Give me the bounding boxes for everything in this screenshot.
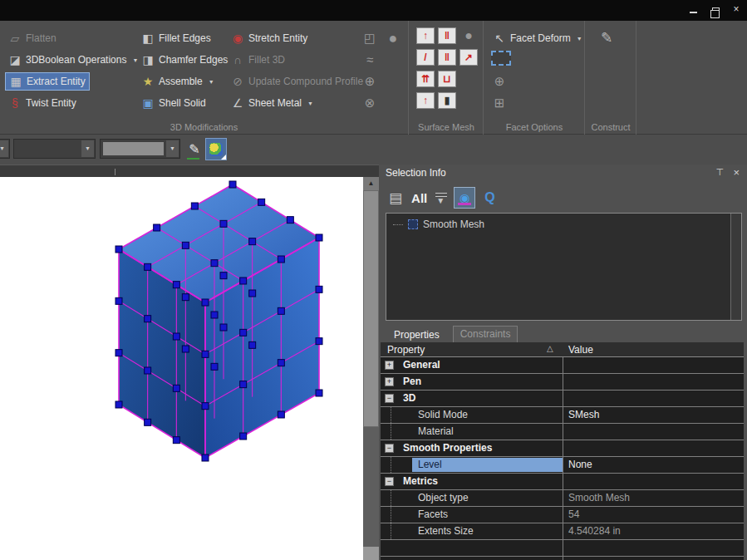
property-row-solid-mode[interactable]: Solid Mode SMesh — [381, 407, 744, 424]
chevron-down-icon[interactable]: ▼ — [166, 140, 179, 157]
twist-entity-button[interactable]: § Twist Entity — [5, 94, 80, 112]
fillet-3d-button[interactable]: ∩ Fillet 3D — [228, 51, 288, 69]
close-button[interactable]: × — [730, 3, 742, 15]
sheet-metal-button[interactable]: ∠ Sheet Metal ▼ — [228, 94, 317, 112]
copy-entity-icon[interactable]: ◰ — [361, 29, 379, 47]
boolean-operations-button[interactable]: ◪ 3DBoolean Operations ▼ — [5, 51, 141, 69]
extract-entity-button[interactable]: ▦ Extract Entity — [5, 72, 90, 91]
sphere-tool-icon[interactable]: ● — [384, 29, 402, 47]
property-column-header[interactable]: Property — [387, 344, 425, 356]
expand-icon[interactable]: + — [385, 361, 394, 370]
flatten-button[interactable]: ▱ Flatten — [5, 29, 60, 47]
ribbon: ▱ Flatten ◪ 3DBoolean Operations ▼ ▦ Ext… — [0, 21, 747, 135]
titlebar: × — [0, 0, 747, 21]
cube-vertical-lines-icon[interactable]: ‖ — [438, 49, 456, 66]
chevron-down-icon[interactable]: ▼ — [0, 140, 8, 157]
scrollbar-thumb[interactable] — [363, 190, 379, 427]
property-row-general[interactable]: + General — [381, 357, 744, 374]
viewport-top-strip — [0, 165, 379, 177]
fillet-3d-icon: ∩ — [231, 53, 244, 66]
mesh-tools-icon[interactable]: ⊞ — [490, 94, 509, 112]
split-box-icon[interactable]: ▮ — [438, 92, 456, 109]
value-column-header[interactable]: Value — [568, 344, 593, 356]
collapse-icon[interactable]: − — [385, 444, 394, 453]
smooth-mesh-cube[interactable] — [0, 177, 363, 560]
cube-arrow-up-icon[interactable]: ↑ — [416, 27, 435, 44]
mesh-gear-icon[interactable]: ⊕ — [361, 72, 379, 91]
scrollbar-corner — [363, 547, 379, 560]
ribbon-group-3d-modifications: ▱ Flatten ◪ 3DBoolean Operations ▼ ▦ Ext… — [0, 21, 409, 135]
grid-header[interactable]: Property △ Value — [381, 342, 744, 357]
ribbon-group-facet-options: ↖ Facet Deform ▼ ⊕ ⊞ Facet Options — [484, 21, 585, 135]
stub-combo[interactable]: ▼ — [0, 139, 10, 159]
tab-constraints[interactable]: Constraints — [453, 326, 518, 343]
scroll-up-icon[interactable]: ▲ — [363, 177, 379, 190]
assemble-icon: ★ — [141, 75, 155, 88]
expand-icon[interactable]: + — [385, 377, 394, 386]
group-label-facet-options: Facet Options — [484, 122, 584, 132]
fillet-edges-button[interactable]: ◧ Fillet Edges — [138, 29, 214, 47]
extract-entity-icon: ▦ — [9, 75, 22, 88]
property-row-smooth-properties[interactable]: − Smooth Properties — [381, 440, 744, 457]
vertical-scrollbar[interactable]: ▲ — [363, 177, 379, 560]
collapse-icon[interactable]: − — [385, 394, 394, 403]
group-label-construct: Construct — [586, 122, 636, 132]
property-row-metrics[interactable]: − Metrics — [381, 474, 744, 490]
minimize-icon — [690, 12, 697, 13]
chevron-down-icon: ▼ — [209, 79, 214, 85]
property-row-facets[interactable]: Facets 54 — [381, 507, 744, 523]
material-render-button[interactable] — [205, 138, 227, 160]
tree-scrollbar[interactable] — [730, 214, 741, 320]
property-row-3d[interactable]: − 3D — [381, 391, 744, 407]
facet-select-rect-icon[interactable] — [491, 51, 511, 66]
report-icon[interactable]: ▤ — [389, 189, 402, 207]
zoom-magnifier-icon[interactable]: Q — [484, 190, 494, 205]
property-row-pen[interactable]: + Pen — [381, 374, 744, 391]
fold-tool-icon[interactable]: ≈ — [361, 51, 379, 69]
pen-tool-button[interactable]: ✎ — [184, 138, 205, 160]
stretch-entity-icon: ◉ — [231, 32, 244, 45]
assemble-button[interactable]: ★ Assemble ▼ — [138, 72, 218, 91]
drawing-canvas[interactable] — [0, 177, 363, 560]
cube-double-arrow-icon[interactable]: ⇈ — [416, 71, 435, 87]
shell-solid-button[interactable]: ▣ Shell Solid — [138, 94, 209, 112]
sphere-icon[interactable]: ● — [460, 27, 478, 44]
property-row-object-type[interactable]: Object type Smooth Mesh — [381, 490, 744, 507]
mesh-sphere-icon[interactable]: ⊕ — [490, 72, 509, 91]
chevron-down-icon[interactable]: ▼ — [81, 140, 94, 157]
update-compound-profile-icon: ⊘ — [231, 75, 244, 88]
minimize-button[interactable] — [687, 3, 699, 15]
update-compound-profile-button[interactable]: ⊘ Update Compound Profile — [228, 72, 366, 91]
tree-item-smooth-mesh[interactable]: Smooth Mesh — [393, 219, 484, 230]
panel-title: Selection Info — [386, 167, 446, 179]
panel-close-icon[interactable]: × — [733, 166, 740, 179]
property-grid: Property △ Value + General + Pen − 3D So… — [381, 342, 744, 560]
restore-button[interactable] — [709, 3, 720, 15]
tab-properties[interactable]: Properties — [387, 327, 446, 343]
construct-pen-icon[interactable]: ✎ — [597, 29, 616, 47]
selection-info-toolbar: ▤ All ▼ ◉ Q — [389, 184, 495, 211]
select-all-button[interactable]: All — [411, 191, 427, 205]
gear-mesh-icon[interactable]: ⊗ — [361, 94, 379, 112]
facet-deform-button[interactable]: ↖ Facet Deform ▼ — [489, 29, 586, 47]
stretch-entity-button[interactable]: ◉ Stretch Entity — [228, 29, 311, 47]
cube-diagonal-icon[interactable]: / — [416, 49, 435, 66]
property-row-level[interactable]: Level None — [381, 457, 744, 474]
cube-striped-icon[interactable]: ‖ — [438, 27, 456, 44]
pen-color-combo[interactable]: ▼ — [100, 139, 180, 159]
filter-icon[interactable]: ▼ — [436, 191, 445, 205]
pin-icon[interactable]: ⊤ — [715, 167, 724, 178]
panel-header: Selection Info ⊤ × — [379, 165, 747, 183]
collapse-icon[interactable]: − — [385, 477, 394, 486]
tree-branch-line — [393, 224, 403, 225]
box-arrow-icon[interactable]: ↑ — [416, 92, 435, 109]
pen-style-combo[interactable]: ▼ — [13, 139, 96, 159]
highlight-eye-button[interactable]: ◉ — [454, 187, 475, 209]
property-row-material[interactable]: Material — [381, 424, 744, 440]
cube-diagonal-arrow-icon[interactable]: ↗ — [460, 49, 478, 66]
open-box-icon[interactable]: ⊔ — [438, 71, 456, 87]
eye-icon: ◉ — [460, 191, 469, 204]
property-row-extents-size[interactable]: Extents Size 4.540284 in — [381, 523, 744, 540]
chamfer-edges-button[interactable]: ◨ Chamfer Edges — [138, 51, 231, 69]
empty-row — [381, 540, 744, 557]
